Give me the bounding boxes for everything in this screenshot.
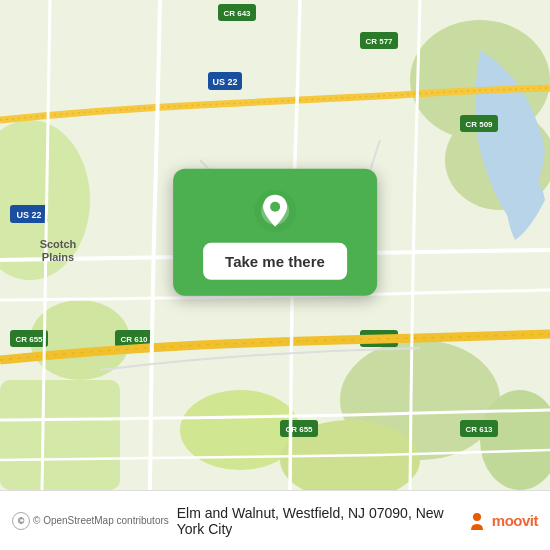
svg-text:Scotch: Scotch [40, 238, 77, 250]
moovit-icon [466, 510, 488, 532]
address-main: Elm and Walnut, Westfield, NJ 07090, [177, 505, 412, 521]
svg-text:Plains: Plains [42, 251, 74, 263]
location-popup: Take me there [173, 169, 377, 296]
moovit-text: moovit [492, 512, 538, 529]
osm-icon: © [12, 512, 30, 530]
svg-text:US 22: US 22 [212, 77, 237, 87]
osm-text: © OpenStreetMap contributors [33, 515, 169, 526]
svg-text:CR 655: CR 655 [15, 335, 43, 344]
svg-text:US 22: US 22 [16, 210, 41, 220]
svg-text:CR 577: CR 577 [365, 37, 393, 46]
moovit-brand: moovit [466, 510, 538, 532]
take-me-there-button[interactable]: Take me there [203, 243, 347, 280]
svg-text:CR 613: CR 613 [465, 425, 493, 434]
osm-attribution: © © OpenStreetMap contributors [12, 512, 169, 530]
bottom-bar: © © OpenStreetMap contributors Elm and W… [0, 490, 550, 550]
svg-text:CR 610: CR 610 [120, 335, 148, 344]
address-label: Elm and Walnut, Westfield, NJ 07090, New… [177, 505, 458, 537]
svg-text:CR 643: CR 643 [223, 9, 251, 18]
svg-point-34 [270, 202, 280, 212]
location-pin-icon [253, 189, 297, 233]
svg-rect-7 [0, 380, 120, 490]
map-view[interactable]: US 22 US 22 CR 643 CR 577 CR 509 CR 655 … [0, 0, 550, 490]
svg-point-35 [473, 513, 481, 521]
svg-text:CR 509: CR 509 [465, 120, 493, 129]
